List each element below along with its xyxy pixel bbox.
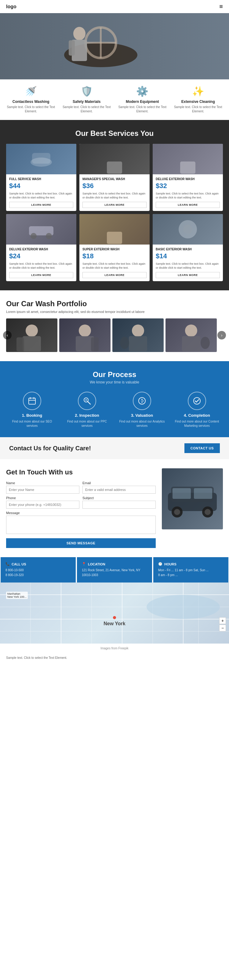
service-price-1: $44 — [9, 182, 73, 190]
process-step-booking-desc: Find out more about our SEO services — [8, 420, 56, 428]
svg-rect-48 — [194, 488, 212, 499]
service-body-3: Deluxe Exterior Wash $32 Sample text. Cl… — [153, 174, 223, 211]
process-subtitle: We know your time is valuable — [6, 380, 223, 384]
call-icon: 📞 — [5, 562, 10, 566]
feature-contactless-title: Contactless Washing — [6, 100, 55, 104]
name-label: Name — [6, 481, 80, 485]
email-label: Email — [83, 481, 156, 485]
svg-rect-11 — [107, 162, 122, 174]
svg-line-38 — [87, 401, 91, 404]
message-textarea[interactable] — [6, 515, 156, 534]
svg-rect-6 — [69, 40, 75, 56]
service-desc-3: Sample text. Click to select the text bo… — [156, 192, 220, 199]
service-price-4: $24 — [9, 252, 73, 260]
contact-section: Get In Touch With us Name Email Phone Su… — [0, 459, 229, 557]
service-desc-5: Sample text. Click to select the text bo… — [83, 262, 146, 270]
map-controls: + − — [219, 617, 226, 632]
safety-icon: 🛡️ — [62, 86, 111, 97]
svg-point-16 — [46, 233, 52, 239]
service-desc-2: Sample text. Click to select the text bo… — [83, 192, 146, 199]
learn-more-btn-1[interactable]: LEARN MORE — [9, 202, 73, 208]
service-name-2: Manager's Special Wash — [83, 177, 146, 181]
portfolio-subtitle: Lorem ipsum sit amet, consectetur adipis… — [6, 310, 223, 313]
send-message-button[interactable]: SEND MESSAGE — [6, 538, 156, 548]
map-section: New York ManhattanNew York 100... + − — [0, 582, 229, 644]
svg-point-50 — [174, 509, 180, 515]
feature-contactless-desc: Sample text. Click to select the Text El… — [6, 105, 55, 114]
contact-image — [162, 468, 223, 530]
learn-more-btn-5[interactable]: LEARN MORE — [83, 272, 146, 278]
process-step-booking: 1. Booking Find out more about our SEO s… — [8, 392, 56, 428]
completion-icon — [188, 392, 206, 410]
menu-icon[interactable]: ≡ — [219, 3, 223, 10]
service-img-4-svg — [26, 214, 56, 245]
svg-rect-28 — [129, 336, 147, 352]
portfolio-img-4 — [165, 318, 217, 352]
feature-equipment-desc: Sample text. Click to select the Text El… — [118, 105, 167, 114]
footer-note: Images from Freepik — [0, 644, 229, 653]
learn-more-btn-6[interactable]: LEARN MORE — [156, 272, 220, 278]
feature-contactless: 🚿 Contactless Washing Sample text. Click… — [6, 86, 55, 114]
best-services-section: Our Best Services You Full Service Wash … — [0, 120, 229, 290]
cleaning-icon: ✨ — [174, 86, 223, 97]
process-step-inspection-title: 2. Inspection — [63, 413, 111, 418]
service-img-2 — [80, 144, 149, 174]
info-box-hours-title: 🕐 HOURS — [158, 562, 224, 566]
service-body-1: Full Service Wash $44 Sample text. Click… — [6, 174, 76, 211]
location-icon: 📍 — [82, 562, 86, 566]
portfolio-section: Our Car Wash Portfolio Lorem ipsum sit a… — [0, 290, 229, 361]
service-img-4 — [6, 214, 76, 245]
info-box-location-line1: 121 Rock Street, 21 Avenue, New York, NY — [82, 568, 147, 573]
info-box-location-title: 📍 LOCATION — [82, 562, 147, 566]
process-step-completion: 4. Completion Find out more about our Co… — [173, 392, 221, 428]
name-input[interactable] — [6, 486, 80, 494]
equipment-icon: ⚙️ — [118, 86, 167, 97]
best-services-title: Our Best Services You — [6, 129, 223, 138]
feature-cleaning: ✨ Extensive Cleaning Sample text. Click … — [174, 86, 223, 114]
form-group-name: Name — [6, 481, 80, 494]
map-background: New York ManhattanNew York 100... + − — [0, 582, 229, 644]
map-zoom-out-btn[interactable]: − — [219, 625, 226, 632]
process-step-completion-desc: Find out more about our Content Marketin… — [173, 420, 221, 428]
service-img-5-svg — [99, 214, 130, 245]
info-box-hours-line1: Mon - Fri ... 11 am - 8 pm Sat, Sun ... — [158, 568, 224, 573]
subject-input[interactable] — [83, 501, 156, 509]
service-body-6: Basic Exterior Wash $14 Sample text. Cli… — [153, 245, 223, 281]
form-row-name-email: Name Email — [6, 481, 156, 494]
process-step-valuation-desc: Find out more about our Analytics servic… — [118, 420, 166, 428]
svg-point-30 — [185, 325, 197, 337]
learn-more-btn-2[interactable]: LEARN MORE — [83, 202, 146, 208]
contact-form-title: Get In Touch With us — [6, 468, 156, 476]
form-group-message: Message — [6, 511, 156, 535]
svg-point-15 — [30, 233, 37, 239]
svg-point-40 — [138, 398, 145, 404]
portfolio-img-4-svg — [165, 318, 217, 352]
service-price-6: $14 — [156, 252, 220, 260]
svg-point-43 — [194, 398, 200, 404]
service-price-2: $36 — [83, 182, 146, 190]
email-input[interactable] — [83, 486, 156, 494]
info-box-call: 📞 CALL US 8 800-10-500 8 800-19-320 — [1, 557, 76, 582]
portfolio-next-btn[interactable]: › — [217, 331, 226, 339]
service-img-6 — [153, 214, 223, 245]
phone-input[interactable] — [6, 501, 80, 509]
map-zoom-in-btn[interactable]: + — [219, 617, 226, 624]
learn-more-btn-4[interactable]: LEARN MORE — [9, 272, 73, 278]
process-step-inspection: 2. Inspection Find out more about our PP… — [63, 392, 111, 428]
booking-icon — [23, 392, 41, 410]
hero-image — [55, 6, 146, 73]
contact-banner-title: Contact Us for Quality Care! — [9, 445, 91, 452]
portfolio-slider: ‹ — [6, 318, 223, 352]
map-roads-svg: New York — [0, 582, 229, 644]
contact-us-button[interactable]: CONTACT US — [184, 443, 220, 453]
service-card-1: Full Service Wash $44 Sample text. Click… — [6, 144, 76, 211]
learn-more-btn-3[interactable]: LEARN MORE — [156, 202, 220, 208]
svg-rect-26 — [91, 337, 99, 352]
svg-rect-23 — [16, 337, 24, 352]
service-desc-4: Sample text. Click to select the text bo… — [9, 262, 73, 270]
service-img-1 — [6, 144, 76, 174]
process-step-valuation: 3. Valuation Find out more about our Ana… — [118, 392, 166, 428]
bottom-text: Sample text. Click to select the Text El… — [0, 653, 229, 662]
service-price-3: $32 — [156, 182, 220, 190]
service-name-6: Basic Exterior Wash — [156, 248, 220, 251]
